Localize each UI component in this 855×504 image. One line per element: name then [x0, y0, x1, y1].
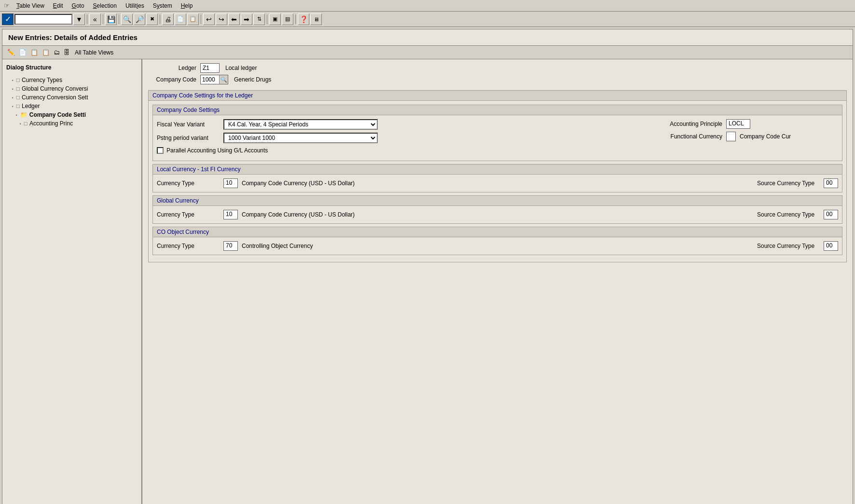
company-code-box[interactable]: 🔍 — [200, 75, 228, 84]
print-btn[interactable]: 🖨 — [162, 14, 174, 25]
local-currency-section: Local Currency - 1st FI Currency Currenc… — [152, 164, 842, 192]
menu-selection[interactable]: Selection — [89, 1, 121, 10]
next-btn[interactable]: ➡ — [241, 14, 252, 25]
separator3 — [119, 14, 119, 24]
folder-icon-global: □ — [16, 85, 20, 92]
company-code-row: Company Code 🔍 Generic Drugs — [148, 75, 847, 84]
company-code-settings-header: Company Code Settings — [153, 105, 842, 115]
separator4 — [160, 14, 160, 24]
global-currency-row: Currency Type 10 Company Code Currency (… — [157, 210, 838, 219]
app-icon: ☞ — [2, 1, 12, 10]
menu-utilities[interactable]: Utilities — [122, 1, 148, 10]
toolbar: ✓ ▼ « 💾 🔍 🔎 ✖ 🖨 📄 📋 ↩ ↪ ⬅ ➡ ⇅ ▣ ▤ ❓ 🖥 — [0, 12, 855, 27]
monitor-btn[interactable]: 🖥 — [310, 14, 322, 25]
folder-icon-conversion: □ — [16, 94, 20, 101]
parallel-label-text: Parallel Accounting Using G/L Accounts — [166, 147, 268, 154]
bullet-icon3: ▪ — [12, 95, 14, 100]
fiscal-row: Fiscal Year Variant K4 Cal. Year, 4 Spec… — [157, 119, 647, 130]
functional-currency-value[interactable] — [726, 132, 736, 141]
sec-copy-btn[interactable]: 📋 — [29, 48, 39, 57]
company-code-desc: Generic Drugs — [234, 76, 271, 83]
sec-edit-btn[interactable]: ✏️ — [6, 48, 16, 57]
menu-help[interactable]: Help — [177, 1, 197, 10]
undo-btn[interactable]: ↩ — [203, 14, 215, 25]
back-btn[interactable]: « — [89, 14, 101, 25]
parallel-row: Parallel Accounting Using G/L Accounts — [157, 147, 647, 154]
sidebar-item-global-currency[interactable]: ▪ □ Global Currency Conversi — [4, 84, 139, 93]
help-btn[interactable]: ❓ — [298, 14, 309, 25]
separator7 — [295, 14, 296, 24]
sidebar-item-company-code[interactable]: ▪ 📁 Company Code Setti — [4, 110, 139, 119]
menu-system[interactable]: System — [149, 1, 176, 10]
local-currency-type-value: 10 — [223, 178, 238, 188]
company-code-search-btn[interactable]: 🔍 — [219, 75, 228, 84]
dropdown-btn[interactable]: ▼ — [73, 14, 85, 25]
layout-btn2[interactable]: ▤ — [282, 14, 293, 25]
functional-currency-row: Functional Currency Company Code Cur — [655, 132, 838, 141]
folder-icon-currency-types: □ — [16, 77, 20, 83]
accounting-principle-label: Accounting Principle — [655, 121, 722, 127]
co-currency-type-label: Currency Type — [157, 243, 220, 249]
sec-doc-btn[interactable]: 📄 — [18, 48, 28, 57]
clipboard-btn[interactable]: 📋 — [187, 14, 199, 25]
pstng-label: Pstng period variant — [157, 135, 220, 141]
check-button[interactable]: ✓ — [2, 14, 14, 25]
header-fields: Ledger Z1 Local ledger Company Code 🔍 Ge… — [148, 63, 847, 84]
sidebar-item-accounting[interactable]: ▪ □ Accounting Princ — [4, 119, 139, 128]
co-source-label: Source Currency Type — [757, 243, 820, 249]
page-btn[interactable]: 📄 — [175, 14, 186, 25]
command-input[interactable] — [14, 14, 72, 25]
cancel-btn[interactable]: ✖ — [146, 14, 158, 25]
sync-btn[interactable]: ⇅ — [253, 14, 265, 25]
bullet-icon2: ▪ — [12, 87, 14, 91]
menu-goto[interactable]: Goto — [68, 1, 88, 10]
separator2 — [103, 14, 103, 24]
ledger-value-box: Z1 — [200, 63, 220, 73]
sec-archive-btn[interactable]: 🗂 — [53, 48, 61, 57]
co-currency-row: Currency Type 70 Controlling Object Curr… — [157, 241, 838, 251]
local-currency-body: Currency Type 10 Company Code Currency (… — [153, 175, 842, 192]
all-table-views-btn[interactable]: All Table Views — [73, 48, 115, 57]
sidebar-item-ledger[interactable]: ▪ □ Ledger — [4, 102, 139, 110]
global-currency-body: Currency Type 10 Company Code Currency (… — [153, 206, 842, 223]
accounting-principle-value: LOCL — [726, 119, 750, 129]
co-object-currency-body: Currency Type 70 Controlling Object Curr… — [153, 237, 842, 255]
sidebar-item-currency-conversion[interactable]: ▪ □ Currency Conversion Sett — [4, 93, 139, 102]
global-currency-type-desc: Company Code Currency (USD - US Dollar) — [242, 211, 355, 218]
company-code-input[interactable] — [201, 76, 219, 83]
fiscal-select[interactable]: K4 Cal. Year, 4 Special Periods — [223, 119, 378, 130]
prev-btn[interactable]: ⬅ — [228, 14, 240, 25]
parallel-checkbox[interactable] — [157, 147, 164, 154]
layout-btn1[interactable]: ▣ — [269, 14, 281, 25]
pstng-select[interactable]: 1000 Variant 1000 — [223, 133, 378, 143]
bullet-icon4: ▪ — [12, 104, 14, 109]
menu-bar: ☞ Table View Edit Goto Selection Utiliti… — [0, 0, 855, 12]
global-currency-type-value: 10 — [223, 210, 238, 219]
local-currency-type-desc: Company Code Currency (USD - US Dollar) — [242, 180, 355, 187]
sidebar-item-currency-types[interactable]: ▪ □ Currency Types — [4, 76, 139, 84]
redo-btn[interactable]: ↪ — [216, 14, 227, 25]
folder-icon-accounting: □ — [24, 120, 28, 127]
folder-icon-ledger: □ — [16, 103, 20, 109]
local-source-value: 00 — [824, 178, 838, 188]
parallel-checkbox-label[interactable]: Parallel Accounting Using G/L Accounts — [157, 147, 268, 154]
separator6 — [267, 14, 267, 24]
sec-copy2-btn[interactable]: 📋 — [41, 48, 51, 57]
form-left: Fiscal Year Variant K4 Cal. Year, 4 Spec… — [157, 119, 647, 157]
ledger-desc: Local ledger — [225, 65, 257, 71]
outer-section-body: Company Code Settings Fiscal Year Varian… — [149, 101, 846, 262]
find-btn[interactable]: 🔍 — [121, 14, 133, 25]
company-code-settings-body: Fiscal Year Variant K4 Cal. Year, 4 Spec… — [153, 115, 842, 161]
global-source-label: Source Currency Type — [757, 211, 820, 218]
global-currency-header: Global Currency — [153, 196, 842, 206]
sec-archive2-btn[interactable]: 🗄 — [63, 48, 71, 57]
outer-section-panel: Company Code Settings for the Ledger Com… — [148, 90, 847, 262]
save-btn[interactable]: 💾 — [105, 14, 117, 25]
functional-currency-label: Functional Currency — [655, 133, 722, 140]
separator5 — [201, 14, 201, 24]
menu-edit[interactable]: Edit — [49, 1, 67, 10]
find-more-btn[interactable]: 🔎 — [134, 14, 145, 25]
menu-table-view[interactable]: Table View — [13, 1, 48, 10]
right-content: Ledger Z1 Local ledger Company Code 🔍 Ge… — [142, 59, 853, 504]
fiscal-label: Fiscal Year Variant — [157, 121, 220, 128]
